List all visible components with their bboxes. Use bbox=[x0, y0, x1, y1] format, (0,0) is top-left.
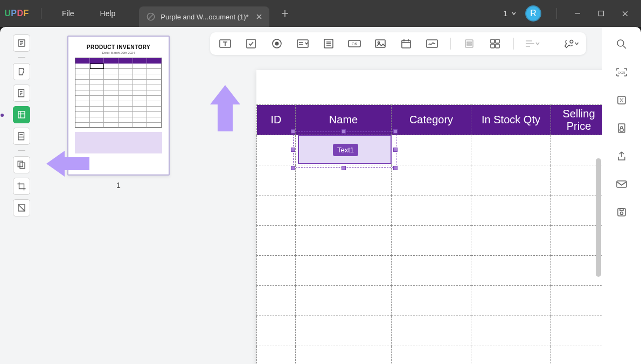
right-sidebar: OCR bbox=[602, 27, 641, 364]
svg-rect-5 bbox=[18, 132, 24, 140]
resize-handle[interactable] bbox=[393, 129, 398, 134]
crop-tool[interactable] bbox=[13, 178, 30, 195]
titlebar-right: 1 R bbox=[503, 0, 641, 27]
resize-handle[interactable] bbox=[291, 129, 295, 134]
window-maximize-button[interactable] bbox=[590, 3, 612, 24]
form-toolbar: OK bbox=[210, 32, 586, 55]
tab-close-button[interactable] bbox=[254, 12, 264, 22]
zoom-indicator[interactable]: 1 bbox=[503, 9, 517, 18]
header-id: ID bbox=[257, 105, 296, 135]
mail-icon bbox=[616, 179, 628, 189]
resize-handle[interactable] bbox=[291, 148, 295, 152]
document-page[interactable]: ID Name Category In Stock Qty Selling Pr… bbox=[256, 70, 602, 364]
calendar-icon bbox=[400, 38, 412, 50]
svg-rect-19 bbox=[402, 40, 410, 48]
single-form-button[interactable] bbox=[462, 36, 477, 51]
form-settings-button[interactable] bbox=[563, 36, 579, 51]
radio-icon bbox=[271, 38, 283, 50]
crop-icon bbox=[17, 181, 26, 191]
image-field-button[interactable] bbox=[373, 36, 388, 51]
protect-button[interactable] bbox=[614, 121, 629, 136]
wrench-icon bbox=[563, 38, 575, 49]
ocr-icon: OCR bbox=[615, 67, 628, 78]
new-tab-button[interactable] bbox=[277, 5, 293, 22]
svg-rect-33 bbox=[620, 129, 623, 131]
table-row bbox=[257, 165, 603, 195]
svg-point-12 bbox=[275, 42, 279, 46]
multi-form-button[interactable] bbox=[487, 36, 503, 51]
text-field-button[interactable] bbox=[218, 36, 233, 51]
reader-tool[interactable] bbox=[13, 34, 30, 52]
ocr-button[interactable]: OCR bbox=[614, 65, 629, 80]
svg-rect-4 bbox=[18, 111, 25, 118]
radio-button[interactable] bbox=[269, 36, 284, 51]
share-button[interactable] bbox=[614, 149, 629, 164]
form-tool[interactable] bbox=[13, 106, 30, 123]
menu-help[interactable]: Help bbox=[98, 9, 118, 18]
save-button[interactable] bbox=[614, 205, 629, 220]
comment-tool[interactable] bbox=[13, 63, 30, 80]
svg-rect-37 bbox=[620, 208, 623, 211]
dropdown-icon bbox=[296, 38, 309, 50]
organize-tool[interactable] bbox=[13, 128, 30, 145]
form-icon bbox=[17, 110, 26, 120]
date-field-button[interactable] bbox=[399, 36, 414, 51]
table-row bbox=[257, 256, 603, 286]
thumbnail-doc-date: Date: March 20th 2024 bbox=[75, 51, 162, 54]
document-tab[interactable]: Purple and W...ocument (1)* bbox=[139, 6, 269, 27]
redact-icon bbox=[17, 203, 26, 213]
menu-file[interactable]: File bbox=[60, 9, 76, 18]
chevron-down-icon bbox=[511, 11, 517, 16]
divider bbox=[18, 57, 25, 58]
svg-rect-24 bbox=[491, 39, 494, 43]
book-icon bbox=[17, 38, 26, 48]
page-tools[interactable] bbox=[13, 156, 30, 173]
resize-handle[interactable] bbox=[342, 166, 346, 170]
no-preview-icon bbox=[147, 12, 155, 21]
table-row bbox=[257, 286, 603, 316]
search-button[interactable] bbox=[614, 37, 629, 52]
active-indicator bbox=[1, 114, 4, 117]
signature-field-button[interactable] bbox=[424, 36, 440, 51]
vertical-scrollbar[interactable] bbox=[596, 158, 601, 277]
user-avatar[interactable]: R bbox=[525, 5, 541, 22]
workspace: PRODUCT INVENTORY Date: March 20th 2024 … bbox=[0, 27, 641, 364]
save-icon bbox=[616, 207, 627, 218]
table-row bbox=[257, 226, 603, 256]
single-icon bbox=[464, 38, 475, 49]
convert-button[interactable] bbox=[614, 93, 629, 108]
ok-button-icon: OK bbox=[347, 38, 361, 49]
email-button[interactable] bbox=[614, 177, 629, 192]
svg-point-28 bbox=[570, 40, 573, 43]
divider bbox=[18, 150, 25, 151]
svg-rect-26 bbox=[491, 44, 494, 48]
table-header-row: ID Name Category In Stock Qty Selling Pr… bbox=[257, 105, 603, 135]
tutorial-arrow-up bbox=[209, 85, 241, 131]
redact-tool[interactable] bbox=[13, 199, 30, 216]
svg-rect-22 bbox=[467, 42, 471, 43]
dropdown-button[interactable] bbox=[295, 36, 310, 51]
svg-rect-1 bbox=[599, 11, 604, 16]
svg-rect-23 bbox=[467, 44, 471, 45]
edit-pdf-tool[interactable] bbox=[13, 85, 30, 102]
table-row bbox=[257, 316, 603, 346]
resize-handle[interactable] bbox=[291, 166, 295, 170]
signature-icon bbox=[426, 38, 438, 49]
share-icon bbox=[616, 150, 627, 162]
align-button[interactable] bbox=[525, 36, 540, 51]
text-field-icon bbox=[219, 38, 232, 50]
window-close-button[interactable] bbox=[614, 3, 636, 24]
field-name-chip[interactable]: Text1 bbox=[333, 144, 358, 156]
app-logo: UPDF bbox=[0, 9, 33, 18]
resize-handle[interactable] bbox=[342, 129, 346, 134]
svg-rect-34 bbox=[617, 181, 626, 187]
button-field-button[interactable]: OK bbox=[347, 36, 362, 51]
left-sidebar bbox=[0, 27, 43, 364]
lock-icon bbox=[616, 122, 627, 134]
window-minimize-button[interactable] bbox=[567, 3, 588, 24]
listbox-button[interactable] bbox=[321, 36, 336, 51]
resize-handle[interactable] bbox=[393, 148, 398, 152]
checkbox-button[interactable] bbox=[243, 36, 259, 51]
resize-handle[interactable] bbox=[393, 166, 398, 170]
grid-icon bbox=[490, 38, 500, 49]
